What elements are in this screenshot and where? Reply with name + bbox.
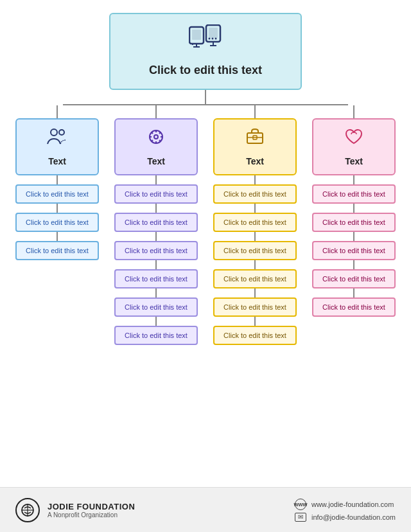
col-top-connector-purple <box>155 105 157 118</box>
cat-label-yellow: Text <box>246 156 264 166</box>
column-blue: Text Click to edit this textClick to edi… <box>13 105 101 260</box>
footer-email-row: ✉ info@jodie-foundation.com <box>295 513 396 522</box>
col-top-connector-yellow <box>254 105 256 118</box>
svg-line-22 <box>159 132 161 134</box>
cat-icon-blue <box>46 126 68 152</box>
list-item[interactable]: Click to edit this text <box>114 297 198 317</box>
footer-org-name: JODIE FOUNDATION <box>48 502 135 511</box>
list-item[interactable]: Click to edit this text <box>114 241 198 260</box>
list-item[interactable]: Click to edit this text <box>312 241 396 260</box>
list-item[interactable]: Click to edit this text <box>312 269 396 288</box>
list-item[interactable]: Click to edit this text <box>114 269 198 288</box>
svg-point-13 <box>59 130 64 135</box>
connector-pink-0 <box>353 175 354 184</box>
list-item[interactable]: Click to edit this text <box>213 184 297 204</box>
root-icon <box>189 24 222 58</box>
horiz-bar-container <box>22 104 389 105</box>
connector-purple-3 <box>155 260 157 269</box>
footer-logo-icon <box>15 498 40 522</box>
footer-org-info: JODIE FOUNDATION A Nonprofit Organizatio… <box>48 502 135 519</box>
col-top-connector-blue <box>57 105 58 118</box>
footer-email: info@jodie-foundation.com <box>311 513 396 521</box>
cat-icon-purple <box>145 126 167 152</box>
connector-purple-2 <box>155 232 157 241</box>
connector-yellow-4 <box>254 288 256 297</box>
connector-pink-4 <box>353 288 354 297</box>
list-item[interactable]: Click to edit this text <box>312 184 396 204</box>
svg-rect-24 <box>247 133 263 143</box>
connector-purple-1 <box>155 204 157 213</box>
svg-point-10 <box>212 38 214 40</box>
list-item[interactable]: Click to edit this text <box>312 297 396 317</box>
svg-line-21 <box>159 140 161 141</box>
svg-point-9 <box>209 38 211 40</box>
list-item[interactable]: Click to edit this text <box>15 241 99 260</box>
list-item[interactable]: Click to edit this text <box>213 297 297 317</box>
list-item[interactable]: Click to edit this text <box>213 269 297 288</box>
list-item[interactable]: Click to edit this text <box>213 241 297 260</box>
list-item[interactable]: Click to edit this text <box>213 326 297 345</box>
connector-yellow-5 <box>254 317 256 326</box>
connector-yellow-2 <box>254 232 256 241</box>
connector-yellow-0 <box>254 175 256 184</box>
cat-label-purple: Text <box>147 156 165 166</box>
svg-line-20 <box>152 132 153 134</box>
cat-icon-pink <box>343 126 365 152</box>
footer-org-sub: A Nonprofit Organization <box>48 511 135 519</box>
list-item[interactable]: Click to edit this text <box>213 213 297 232</box>
root-title[interactable]: Click to edit this text <box>149 64 262 77</box>
list-item[interactable]: Click to edit this text <box>114 184 198 204</box>
connector-yellow-1 <box>254 204 256 213</box>
footer-right: www www.jodie-foundation.com ✉ info@jodi… <box>295 499 396 522</box>
cat-box-purple[interactable]: Text <box>114 118 198 175</box>
cat-icon-yellow <box>244 126 266 152</box>
svg-rect-5 <box>209 28 218 38</box>
footer: JODIE FOUNDATION A Nonprofit Organizatio… <box>0 487 411 532</box>
cat-box-yellow[interactable]: Text <box>213 118 297 175</box>
footer-website: www.jodie-foundation.com <box>311 501 394 508</box>
connector-blue-0 <box>57 175 58 184</box>
col-top-connector-pink <box>353 105 354 118</box>
www-icon: www <box>295 499 306 510</box>
connector-purple-5 <box>155 317 157 326</box>
cat-label-pink: Text <box>345 156 363 166</box>
cat-box-blue[interactable]: Text <box>15 118 99 175</box>
column-yellow: Text Click to edit this textClick to edi… <box>211 105 299 345</box>
list-item[interactable]: Click to edit this text <box>312 213 396 232</box>
connector-pink-2 <box>353 232 354 241</box>
list-item[interactable]: Click to edit this text <box>114 213 198 232</box>
root-down-connector <box>205 90 206 104</box>
connector-pink-1 <box>353 204 354 213</box>
list-item[interactable]: Click to edit this text <box>15 184 99 204</box>
horiz-bar <box>63 104 348 105</box>
svg-point-12 <box>51 129 57 136</box>
cat-label-blue: Text <box>48 156 66 166</box>
connector-blue-1 <box>57 204 58 213</box>
envelope-icon: ✉ <box>295 513 306 522</box>
svg-line-23 <box>152 140 153 141</box>
list-item[interactable]: Click to edit this text <box>114 326 198 345</box>
connector-yellow-3 <box>254 260 256 269</box>
root-node[interactable]: Click to edit this text <box>109 13 302 90</box>
svg-point-11 <box>215 38 217 40</box>
svg-point-15 <box>154 135 158 139</box>
connector-purple-4 <box>155 288 157 297</box>
footer-website-row: www www.jodie-foundation.com <box>295 499 394 510</box>
footer-left: JODIE FOUNDATION A Nonprofit Organizatio… <box>15 498 135 522</box>
connector-blue-2 <box>57 232 58 241</box>
list-item[interactable]: Click to edit this text <box>15 213 99 232</box>
connector-purple-0 <box>155 175 157 184</box>
columns-area: Text Click to edit this textClick to edi… <box>13 105 398 345</box>
connector-pink-3 <box>353 260 354 269</box>
svg-rect-1 <box>192 30 201 40</box>
column-pink: Text Click to edit this textClick to edi… <box>310 105 398 317</box>
cat-box-pink[interactable]: Text <box>312 118 396 175</box>
main-content: Click to edit this text Text Click to ed… <box>0 0 411 487</box>
column-purple: Text Click to edit this textClick to edi… <box>112 105 200 345</box>
